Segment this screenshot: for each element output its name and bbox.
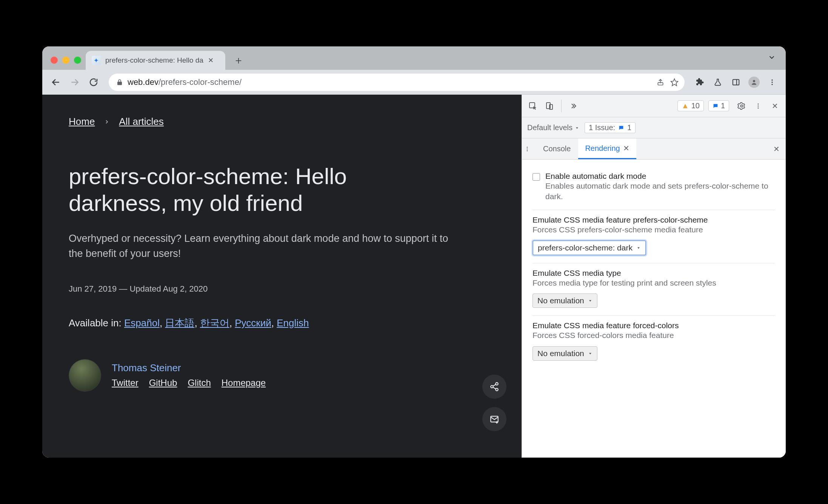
breadcrumb-all-articles[interactable]: All articles	[119, 116, 163, 128]
side-panel-icon[interactable]	[728, 74, 744, 91]
browser-window: ✦ prefers-color-scheme: Hello da ✕ ＋ web…	[42, 46, 786, 458]
author-links: Twitter GitHub Glitch Homepage	[112, 378, 266, 388]
console-filter-bar: Default levels 1 Issue: 1	[522, 117, 786, 138]
lang-link[interactable]: Español	[124, 317, 160, 329]
chrome-menu-button[interactable]	[764, 74, 780, 91]
lang-link[interactable]: 한국어	[200, 317, 229, 329]
warnings-chip[interactable]: ▲ 10	[677, 100, 704, 111]
tab-console[interactable]: Console	[536, 138, 577, 159]
setting-title: Enable automatic dark mode	[545, 172, 775, 181]
svg-point-12	[496, 388, 498, 391]
svg-marker-30	[589, 300, 591, 302]
author-card: Thomas Steiner Twitter GitHub Glitch Hom…	[69, 359, 495, 392]
setting-desc: Forces media type for testing print and …	[533, 278, 775, 288]
author-link[interactable]: GitHub	[149, 378, 177, 388]
tab-search-button[interactable]	[768, 53, 776, 61]
device-toggle-icon[interactable]	[542, 99, 557, 113]
drawer-close-icon[interactable]: ✕	[773, 144, 780, 154]
share-icon[interactable]	[657, 78, 664, 86]
svg-point-23	[758, 105, 759, 106]
share-button[interactable]	[482, 375, 506, 399]
labs-flask-icon[interactable]	[709, 74, 726, 91]
back-button[interactable]	[48, 74, 64, 91]
log-levels-dropdown[interactable]: Default levels	[527, 123, 579, 132]
devtools-menu-icon[interactable]	[751, 99, 765, 113]
forced-colors-select[interactable]: No emulation	[533, 346, 597, 361]
close-tab-icon[interactable]: ✕	[623, 144, 629, 153]
info-icon	[713, 103, 719, 109]
browser-tab[interactable]: ✦ prefers-color-scheme: Hello da ✕	[86, 51, 225, 70]
author-avatar	[69, 359, 101, 392]
svg-point-9	[771, 84, 773, 85]
profile-button[interactable]	[746, 74, 762, 91]
svg-point-28	[527, 150, 528, 151]
more-panels-icon[interactable]	[566, 99, 580, 113]
author-link[interactable]: Homepage	[222, 378, 266, 388]
new-tab-button[interactable]: ＋	[231, 52, 246, 68]
lang-link[interactable]: English	[277, 317, 309, 329]
devtools-drawer-tabs: Console Rendering ✕ ✕	[522, 138, 786, 160]
maximize-window-button[interactable]	[74, 57, 81, 64]
close-tab-button[interactable]: ✕	[208, 56, 214, 65]
select-value: prefers-color-scheme: dark	[538, 243, 633, 252]
inspect-element-icon[interactable]	[526, 99, 540, 113]
svg-line-14	[493, 387, 496, 389]
minimize-window-button[interactable]	[62, 57, 69, 64]
setting-desc: Enables automatic dark mode and sets pre…	[545, 181, 775, 202]
bookmark-star-icon[interactable]	[670, 78, 679, 86]
url-path: /prefers-color-scheme/	[159, 77, 242, 87]
drawer-more-icon[interactable]	[524, 146, 536, 152]
prefers-color-scheme-select[interactable]: prefers-color-scheme: dark	[533, 240, 646, 255]
author-link[interactable]: Glitch	[188, 378, 211, 388]
svg-marker-31	[589, 353, 591, 354]
page-subtitle: Overhyped or necessity? Learn everything…	[69, 231, 461, 261]
lang-link[interactable]: 日本語	[165, 317, 194, 329]
reload-button[interactable]	[85, 74, 102, 91]
svg-point-27	[527, 148, 528, 149]
subscribe-button[interactable]	[482, 407, 506, 431]
author-link[interactable]: Twitter	[112, 378, 139, 388]
close-window-button[interactable]	[51, 57, 58, 64]
setting-desc: Forces CSS prefers-color-scheme media fe…	[533, 224, 775, 235]
extensions-button[interactable]	[691, 74, 708, 91]
setting-forced-colors: Emulate CSS media feature forced-colors …	[533, 316, 775, 368]
available-in-label: Available in:	[69, 317, 124, 329]
setting-media-type: Emulate CSS media type Forces media type…	[533, 263, 775, 316]
forward-button[interactable]	[66, 74, 83, 91]
setting-desc: Forces CSS forced-colors media feature	[533, 330, 775, 341]
infos-chip[interactable]: 1	[708, 100, 729, 111]
tab-rendering[interactable]: Rendering ✕	[578, 138, 636, 159]
breadcrumb-home[interactable]: Home	[69, 116, 95, 128]
url-text: web.dev/prefers-color-scheme/	[128, 77, 242, 87]
svg-line-13	[493, 384, 496, 386]
lang-link[interactable]: Русский	[235, 317, 271, 329]
browser-toolbar: web.dev/prefers-color-scheme/	[42, 70, 786, 95]
url-host: web.dev	[128, 77, 159, 87]
avatar-icon	[748, 77, 760, 88]
content-area: Home All articles prefers-color-scheme: …	[42, 95, 786, 458]
issues-chip[interactable]: 1 Issue: 1	[585, 122, 636, 133]
window-controls	[47, 57, 86, 70]
svg-rect-4	[733, 79, 739, 85]
chevron-right-icon	[104, 119, 110, 125]
devtools-panel: ▲ 10 1 ✕ Default l	[522, 95, 786, 458]
article-page: Home All articles prefers-color-scheme: …	[42, 95, 522, 458]
chevron-down-icon	[636, 246, 641, 250]
warnings-count: 10	[691, 101, 700, 110]
devtools-settings-icon[interactable]	[734, 99, 749, 113]
svg-point-8	[771, 81, 773, 83]
auto-dark-mode-checkbox[interactable]	[533, 173, 540, 181]
issue-flag-icon	[618, 125, 624, 131]
tab-console-label: Console	[543, 144, 571, 153]
author-name[interactable]: Thomas Steiner	[112, 362, 266, 374]
svg-point-26	[527, 147, 528, 148]
svg-point-24	[758, 107, 759, 108]
issues-label: 1 Issue:	[589, 123, 615, 132]
address-bar[interactable]: web.dev/prefers-color-scheme/	[109, 74, 685, 91]
media-type-select[interactable]: No emulation	[533, 293, 597, 308]
devtools-close-icon[interactable]: ✕	[768, 99, 782, 113]
tab-favicon: ✦	[92, 56, 101, 65]
tab-strip: ✦ prefers-color-scheme: Hello da ✕ ＋	[42, 46, 786, 70]
floating-actions	[482, 375, 506, 431]
svg-point-7	[771, 79, 773, 80]
